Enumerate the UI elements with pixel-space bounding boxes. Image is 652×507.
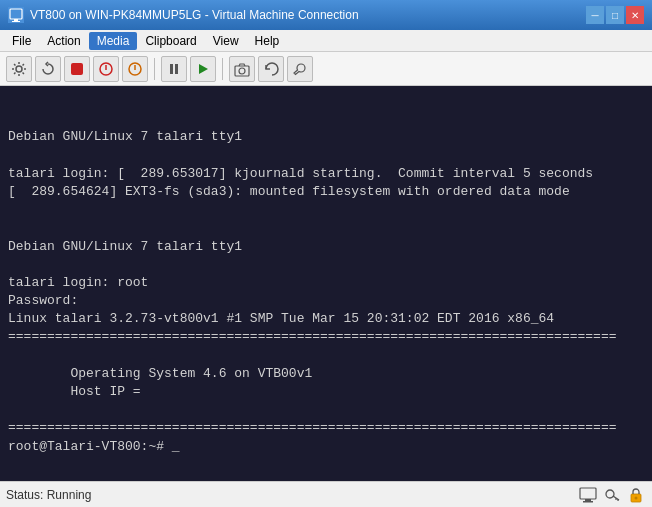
title-bar: VT800 on WIN-PK84MMUP5LG - Virtual Machi… (0, 0, 652, 30)
undo-button[interactable] (258, 56, 284, 82)
svg-rect-2 (12, 21, 20, 22)
key-status-icon (602, 486, 622, 504)
svg-point-20 (635, 496, 638, 499)
menu-bar: File Action Media Clipboard View Help (0, 30, 652, 52)
toolbar-separator-2 (222, 58, 223, 80)
menu-media[interactable]: Media (89, 32, 138, 50)
svg-rect-8 (170, 64, 173, 74)
settings-button[interactable] (6, 56, 32, 82)
window-controls: ─ □ ✕ (586, 6, 644, 24)
svg-rect-14 (585, 499, 591, 501)
svg-point-16 (606, 490, 614, 498)
monitor-status-icon (578, 486, 598, 504)
terminal-display[interactable]: Debian GNU/Linux 7 talari tty1 talari lo… (0, 86, 652, 481)
title-bar-left: VT800 on WIN-PK84MMUP5LG - Virtual Machi… (8, 7, 359, 23)
vm-icon (8, 7, 24, 23)
svg-rect-1 (14, 19, 18, 21)
svg-point-12 (239, 68, 245, 74)
power-off-button[interactable] (93, 56, 119, 82)
svg-rect-13 (580, 488, 596, 499)
lock-status-icon (626, 486, 646, 504)
status-bar: Status: Running (0, 481, 652, 507)
minimize-button[interactable]: ─ (586, 6, 604, 24)
svg-rect-15 (583, 501, 593, 503)
terminal-content: Debian GNU/Linux 7 talari tty1 talari lo… (8, 129, 617, 453)
snapshot-button[interactable] (229, 56, 255, 82)
menu-help[interactable]: Help (247, 32, 288, 50)
svg-marker-10 (199, 64, 208, 74)
stop-button[interactable] (64, 56, 90, 82)
tools-button[interactable] (287, 56, 313, 82)
power-cycle-button[interactable] (35, 56, 61, 82)
svg-rect-0 (10, 9, 22, 19)
toolbar-separator-1 (154, 58, 155, 80)
window-title: VT800 on WIN-PK84MMUP5LG - Virtual Machi… (30, 8, 359, 22)
resume-button[interactable] (190, 56, 216, 82)
menu-view[interactable]: View (205, 32, 247, 50)
close-button[interactable]: ✕ (626, 6, 644, 24)
status-text: Status: Running (6, 488, 91, 502)
svg-point-3 (16, 66, 22, 72)
menu-action[interactable]: Action (39, 32, 88, 50)
toolbar (0, 52, 652, 86)
status-icons-group (578, 486, 646, 504)
power-on-button[interactable] (122, 56, 148, 82)
pause-button[interactable] (161, 56, 187, 82)
menu-clipboard[interactable]: Clipboard (137, 32, 204, 50)
menu-file[interactable]: File (4, 32, 39, 50)
maximize-button[interactable]: □ (606, 6, 624, 24)
svg-rect-9 (175, 64, 178, 74)
